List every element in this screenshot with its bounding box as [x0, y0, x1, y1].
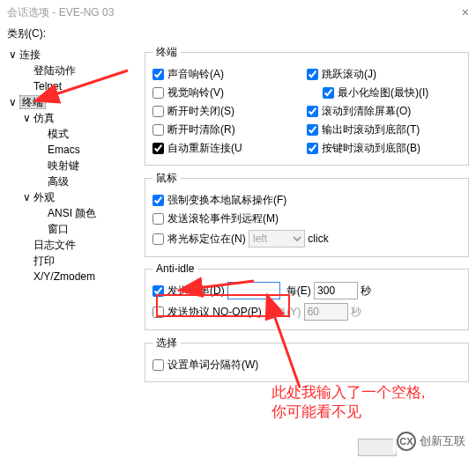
tree-window[interactable]: 窗口 [35, 221, 139, 237]
lbl-send-wheel: 发送滚轮事件到远程(M) [167, 211, 279, 226]
group-terminal: 终端 声音响铃(A) 跳跃滚动(J) 视觉响铃(V) 最小化绘图(最快)(I) … [145, 45, 469, 166]
group-terminal-legend: 终端 [152, 45, 181, 60]
footer-button[interactable] [358, 439, 397, 456]
lbl-scroll-bottom-output: 输出时滚动到底部(T) [322, 122, 420, 137]
lbl-send-noop: 发送协议 NO-OP(P) [167, 305, 262, 320]
lbl-minimize-draw: 最小化绘图(最快)(I) [338, 85, 428, 100]
input-every-e[interactable] [314, 282, 358, 299]
chk-send-wheel[interactable] [152, 213, 164, 225]
tree-xyzmodem[interactable]: X/Y/Zmodem [21, 269, 139, 284]
chk-jump-scroll[interactable] [307, 69, 318, 80]
group-mouse: 鼠标 强制变换本地鼠标操作(F) 发送滚轮事件到远程(M) 将光标定位在(N) … [145, 171, 469, 257]
chk-word-delim[interactable] [152, 359, 164, 371]
tree-emulation[interactable]: ∨仿真 模式 Emacs 映射键 高级 [21, 110, 139, 189]
chk-clear-on-disconnect[interactable] [152, 124, 164, 136]
chk-auto-reconnect[interactable] [152, 143, 164, 154]
watermark-logo-icon: CX [397, 432, 416, 451]
tree-emacs[interactable]: Emacs [35, 142, 139, 158]
lbl-locate-cursor: 将光标定位在(N) [167, 232, 246, 247]
lbl-seconds-1: 秒 [361, 284, 371, 299]
select-cursor-position[interactable]: left [249, 230, 305, 247]
tree-print[interactable]: 打印 [21, 253, 139, 269]
chk-sound-bell[interactable] [152, 69, 164, 80]
tree-terminal[interactable]: ∨终端 ∨仿真 模式 Emacs 映射键 高级 ∨外观 ANSI 颜色 窗 [7, 94, 139, 284]
lbl-visual-bell: 视觉响铃(V) [167, 85, 224, 100]
tree-ansi-color[interactable]: ANSI 颜色 [35, 205, 139, 221]
group-mouse-legend: 鼠标 [152, 171, 181, 186]
chk-scroll-bottom-output[interactable] [307, 124, 318, 136]
watermark: CX 创新互联 [393, 430, 469, 453]
tree-mapkey[interactable]: 映射键 [35, 158, 139, 174]
chk-send-noop[interactable] [152, 307, 164, 318]
lbl-close-on-disconnect: 断开时关闭(S) [167, 104, 234, 119]
group-anti-idle: Anti-idle 发送字串(D) 每(E) 秒 发送协议 NO-OP(P) 每… [145, 262, 469, 330]
group-anti-idle-legend: Anti-idle [152, 262, 197, 275]
lbl-clear-on-disconnect: 断开时清除(R) [167, 122, 235, 137]
chk-visual-bell[interactable] [152, 87, 164, 99]
tree-advanced[interactable]: 高级 [35, 174, 139, 189]
lbl-scroll-to-clear: 滚动到清除屏幕(O) [322, 104, 411, 119]
group-select-legend: 选择 [152, 336, 181, 351]
tree-appearance[interactable]: ∨外观 ANSI 颜色 窗口 [21, 189, 139, 237]
chk-close-on-disconnect[interactable] [152, 106, 164, 117]
lbl-seconds-2: 秒 [351, 305, 361, 320]
settings-panel: 终端 声音响铃(A) 跳跃滚动(J) 视觉响铃(V) 最小化绘图(最快)(I) … [139, 45, 476, 452]
chk-minimize-draw[interactable] [323, 87, 334, 99]
tree-logfile[interactable]: 日志文件 [21, 237, 139, 253]
lbl-auto-reconnect: 自动重新连接(U [167, 141, 242, 156]
lbl-scroll-bottom-key: 按键时滚动到底部(B) [322, 141, 420, 156]
input-send-string[interactable] [227, 282, 280, 299]
tree-login-action[interactable]: 登陆动作 [21, 63, 139, 78]
chk-scroll-to-clear[interactable] [307, 106, 318, 117]
lbl-send-string: 发送字串(D) [167, 284, 225, 299]
category-label: 类别(C): [0, 25, 476, 45]
chk-send-string[interactable] [152, 285, 164, 297]
watermark-text: 创新互联 [420, 433, 465, 449]
titlebar: 会话选项 - EVE-NG 03 × [0, 0, 476, 25]
chk-scroll-bottom-key[interactable] [307, 143, 318, 154]
lbl-word-delim: 设置单词分隔符(W) [167, 358, 258, 373]
chk-force-local-mouse[interactable] [152, 195, 164, 206]
tree-mode[interactable]: 模式 [35, 126, 139, 142]
lbl-jump-scroll: 跳跃滚动(J) [322, 67, 376, 82]
close-icon[interactable]: × [462, 0, 469, 25]
lbl-every-y: 每(Y) [276, 305, 301, 320]
input-every-y [304, 303, 348, 321]
category-tree: ∨连接 登陆动作 Telnet ∨终端 ∨仿真 模式 Emacs 映射键 高级 [0, 45, 139, 452]
chk-locate-cursor[interactable] [152, 233, 164, 245]
tree-telnet[interactable]: Telnet [21, 78, 139, 94]
lbl-force-local-mouse: 强制变换本地鼠标操作(F) [167, 193, 286, 208]
group-select: 选择 设置单词分隔符(W) [145, 336, 469, 382]
lbl-every-e: 每(E) [286, 284, 311, 299]
window-title: 会话选项 - EVE-NG 03 [7, 0, 114, 25]
tree-connection[interactable]: ∨连接 登陆动作 Telnet [7, 47, 139, 94]
lbl-sound-bell: 声音响铃(A) [167, 67, 224, 82]
lbl-cursor-after: click [308, 233, 328, 245]
